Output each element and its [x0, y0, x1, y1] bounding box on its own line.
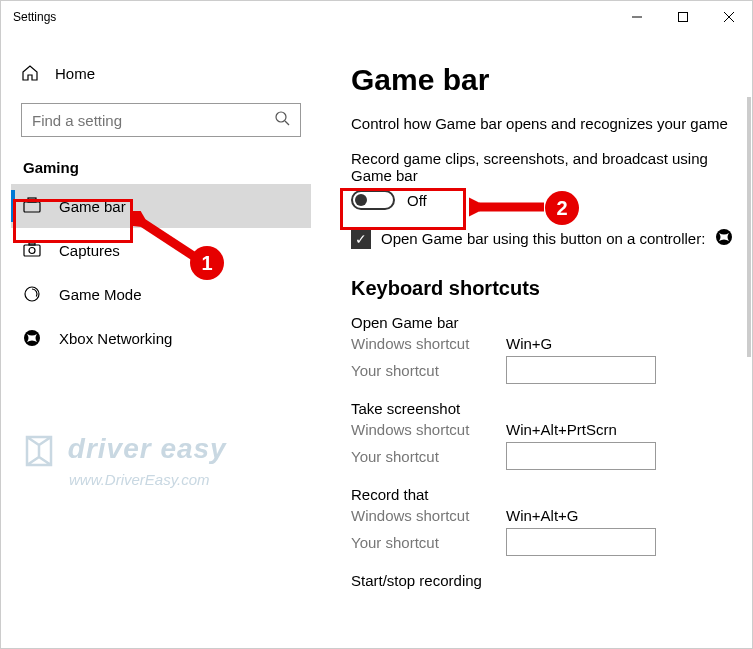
your-shortcut-label: Your shortcut [351, 362, 506, 379]
shortcuts-header: Keyboard shortcuts [351, 277, 734, 300]
nav-label: Captures [59, 242, 120, 259]
svg-rect-8 [24, 245, 40, 256]
svg-point-9 [29, 248, 35, 254]
game-mode-icon [23, 285, 41, 303]
nav-label: Game bar [59, 198, 126, 215]
your-shortcut-label: Your shortcut [351, 448, 506, 465]
your-shortcut-input[interactable] [506, 442, 656, 470]
home-nav[interactable]: Home [11, 53, 311, 93]
xbox-icon [23, 329, 41, 347]
shortcut-title: Take screenshot [351, 400, 734, 417]
your-shortcut-input[interactable] [506, 356, 656, 384]
section-header: Gaming [11, 137, 311, 184]
svg-rect-7 [28, 198, 36, 202]
shortcut-record-that: Record that Windows shortcutWin+Alt+G Yo… [351, 486, 734, 556]
svg-rect-6 [24, 202, 40, 212]
nav-xbox-networking[interactable]: Xbox Networking [11, 316, 311, 360]
your-shortcut-label: Your shortcut [351, 534, 506, 551]
nav-label: Xbox Networking [59, 330, 172, 347]
page-desc: Control how Game bar opens and recognize… [351, 115, 734, 132]
win-shortcut-value: Win+G [506, 335, 552, 352]
your-shortcut-input[interactable] [506, 528, 656, 556]
close-button[interactable] [706, 1, 752, 33]
scrollbar[interactable] [747, 97, 751, 357]
game-bar-toggle[interactable] [351, 190, 395, 210]
window-title: Settings [13, 10, 56, 24]
search-field[interactable] [32, 112, 275, 129]
win-shortcut-label: Windows shortcut [351, 421, 506, 438]
controller-checkbox-row: ✓ Open Game bar using this button on a c… [351, 228, 734, 249]
nav-game-bar[interactable]: Game bar [11, 184, 311, 228]
titlebar: Settings [1, 1, 752, 33]
maximize-button[interactable] [660, 1, 706, 33]
shortcut-title: Record that [351, 486, 734, 503]
captures-icon [23, 241, 41, 259]
sidebar: Home Gaming Game bar Captures Game Mod [1, 33, 321, 648]
shortcut-title: Start/stop recording [351, 572, 734, 589]
win-shortcut-value: Win+Alt+PrtScrn [506, 421, 617, 438]
search-input[interactable] [21, 103, 301, 137]
toggle-state-label: Off [407, 192, 427, 209]
nav-game-mode[interactable]: Game Mode [11, 272, 311, 316]
win-shortcut-label: Windows shortcut [351, 507, 506, 524]
record-desc: Record game clips, screenshots, and broa… [351, 150, 734, 184]
shortcut-title: Open Game bar [351, 314, 734, 331]
window-controls [614, 1, 752, 33]
xbox-button-icon [715, 228, 733, 249]
win-shortcut-label: Windows shortcut [351, 335, 506, 352]
page-title: Game bar [351, 63, 734, 97]
game-bar-icon [23, 197, 41, 215]
checkbox-label: Open Game bar using this button on a con… [381, 230, 705, 247]
svg-line-5 [285, 121, 289, 125]
content-pane: Game bar Control how Game bar opens and … [321, 33, 752, 648]
home-label: Home [55, 65, 95, 82]
minimize-button[interactable] [614, 1, 660, 33]
shortcut-take-screenshot: Take screenshot Windows shortcutWin+Alt+… [351, 400, 734, 470]
nav-captures[interactable]: Captures [11, 228, 311, 272]
svg-point-4 [276, 112, 286, 122]
home-icon [21, 64, 39, 82]
svg-rect-1 [679, 13, 688, 22]
search-icon [275, 111, 290, 129]
controller-checkbox[interactable]: ✓ [351, 229, 371, 249]
win-shortcut-value: Win+Alt+G [506, 507, 579, 524]
nav-label: Game Mode [59, 286, 142, 303]
game-bar-toggle-row: Off [351, 190, 734, 210]
svg-rect-10 [29, 243, 35, 245]
shortcut-open-game-bar: Open Game bar Windows shortcutWin+G Your… [351, 314, 734, 384]
